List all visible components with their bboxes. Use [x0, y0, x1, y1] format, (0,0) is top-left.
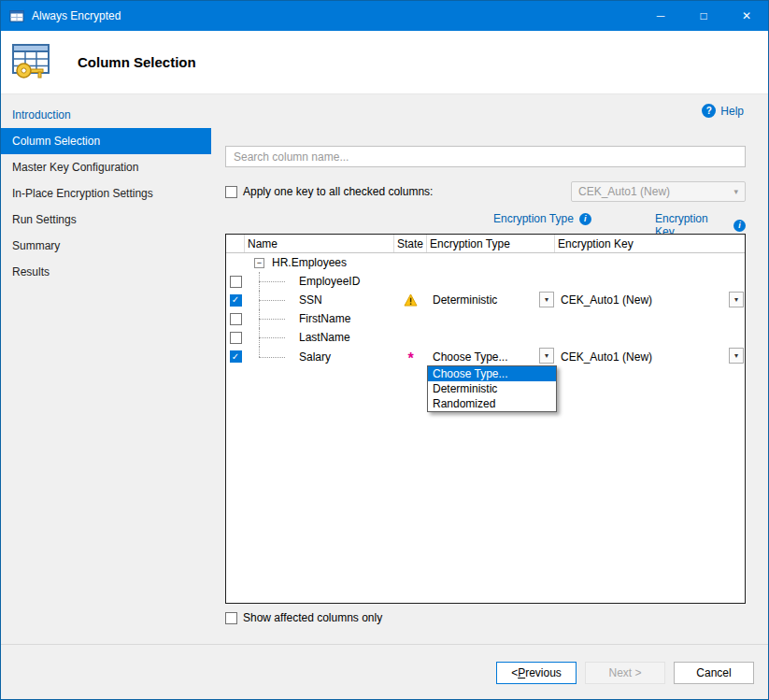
col-header-state: State	[394, 235, 427, 252]
col-header-name: Name	[245, 235, 394, 252]
info-icon[interactable]: i	[579, 213, 591, 225]
column-selection-panel: ? Help Apply one key to all checked colu…	[211, 94, 768, 644]
maximize-button[interactable]: □	[682, 1, 725, 31]
salary-type-dropdown-button[interactable]: ▾	[539, 348, 554, 364]
grid-header-row: Name State Encryption Type Encryption Ke…	[226, 235, 745, 253]
encryption-type-link[interactable]: Encryption Type i	[493, 212, 591, 225]
sidebar-item-summary[interactable]: Summary	[1, 233, 211, 259]
window-controls: ─ □ ✕	[639, 1, 768, 31]
help-link[interactable]: ? Help	[702, 104, 744, 118]
search-input[interactable]	[225, 146, 746, 167]
required-icon: *	[407, 347, 413, 366]
sidebar-item-run-settings[interactable]: Run Settings	[1, 207, 211, 233]
show-affected-row: Show affected columns only	[225, 611, 382, 624]
app-icon	[9, 8, 24, 23]
next-button[interactable]: Next >	[585, 662, 665, 684]
wizard-body: Introduction Column Selection Master Key…	[1, 94, 768, 644]
checkbox-ssn[interactable]: ✓	[230, 294, 242, 307]
help-label: Help	[720, 105, 744, 118]
apply-key-value: CEK_Auto1 (New)	[578, 185, 670, 198]
ssn-type-dropdown-button[interactable]: ▾	[539, 292, 554, 307]
wizard-header: Column Selection	[1, 31, 768, 94]
show-affected-label: Show affected columns only	[243, 611, 382, 624]
table-row-firstname: FirstName	[226, 309, 745, 328]
ssn-encryption-key-value: CEK_Auto1 (New)	[561, 293, 652, 307]
tree-collapse-icon[interactable]: −	[254, 258, 264, 268]
column-name: FirstName	[299, 312, 350, 325]
sidebar-item-master-key-configuration[interactable]: Master Key Configuration	[1, 154, 211, 180]
checkbox-salary[interactable]: ✓	[230, 350, 242, 363]
col-header-encryption-key: Encryption Key	[555, 235, 745, 252]
wizard-steps-sidebar: Introduction Column Selection Master Key…	[1, 94, 211, 644]
apply-key-row: Apply one key to all checked columns:	[225, 185, 433, 198]
columns-grid: Name State Encryption Type Encryption Ke…	[225, 234, 746, 604]
table-group-name: HR.Employees	[272, 256, 347, 269]
table-row-ssn: ✓ SSN	[226, 291, 745, 309]
encryption-type-link-label: Encryption Type	[493, 212, 574, 225]
column-links-row: Encryption Type i Encryption Key i	[225, 212, 746, 227]
checkbox-employeeid[interactable]	[230, 276, 242, 288]
table-row-salary: ✓ Salary * Choose Type... ▾ CEK_Auto1 (N…	[226, 347, 745, 365]
info-icon[interactable]: i	[733, 220, 746, 232]
column-name: EmployeeID	[299, 275, 360, 288]
checkbox-lastname[interactable]	[230, 332, 242, 344]
titlebar: Always Encrypted ─ □ ✕	[1, 1, 768, 31]
table-key-icon	[10, 42, 53, 83]
column-name: LastName	[299, 331, 350, 344]
column-name: SSN	[299, 293, 322, 307]
col-header-encryption-type: Encryption Type	[427, 235, 555, 252]
apply-key-label: Apply one key to all checked columns:	[243, 185, 433, 198]
salary-encryption-type-value: Choose Type...	[433, 350, 508, 364]
page-title: Column Selection	[78, 54, 196, 70]
show-affected-checkbox[interactable]	[225, 612, 237, 624]
help-icon: ?	[702, 104, 716, 118]
table-row-hr-employees: − HR.Employees	[226, 253, 745, 272]
salary-key-dropdown-button[interactable]: ▾	[729, 348, 744, 364]
sidebar-item-column-selection[interactable]: Column Selection	[1, 128, 211, 154]
dropdown-option-randomized[interactable]: Randomized	[428, 396, 556, 411]
dropdown-option-choose-type[interactable]: Choose Type...	[428, 366, 556, 381]
table-row-lastname: LastName	[226, 328, 745, 347]
close-button[interactable]: ✕	[725, 1, 768, 31]
sidebar-item-in-place-encryption-settings[interactable]: In-Place Encryption Settings	[1, 180, 211, 207]
table-row-employeeid: EmployeeID	[226, 272, 745, 291]
previous-button[interactable]: < Previous	[496, 662, 577, 684]
window-title: Always Encrypted	[32, 9, 121, 22]
minimize-button[interactable]: ─	[639, 1, 682, 31]
apply-key-select[interactable]: CEK_Auto1 (New) ▾	[571, 181, 746, 202]
apply-key-checkbox[interactable]	[225, 186, 237, 198]
ssn-key-dropdown-button[interactable]: ▾	[729, 292, 744, 307]
always-encrypted-wizard-window: Always Encrypted ─ □ ✕ Column Selection	[0, 0, 769, 700]
chevron-down-icon: ▾	[733, 187, 738, 196]
sidebar-item-results[interactable]: Results	[1, 259, 211, 285]
encryption-type-dropdown-list: Choose Type... Deterministic Randomized	[427, 365, 557, 412]
sidebar-item-introduction[interactable]: Introduction	[1, 102, 211, 128]
checkbox-firstname[interactable]	[230, 313, 242, 325]
cancel-button[interactable]: Cancel	[674, 662, 754, 684]
wizard-footer: < Previous Next > Cancel	[1, 644, 768, 700]
salary-encryption-key-value: CEK_Auto1 (New)	[561, 350, 652, 364]
ssn-encryption-type-value: Deterministic	[433, 293, 497, 307]
dropdown-option-deterministic[interactable]: Deterministic	[428, 381, 556, 396]
column-name: Salary	[299, 350, 331, 364]
warning-icon	[404, 293, 418, 307]
